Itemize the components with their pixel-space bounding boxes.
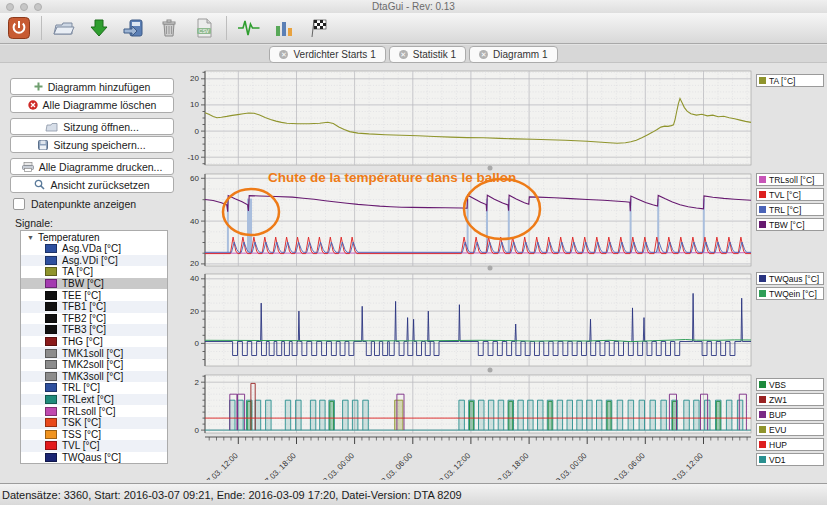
signal-label: TWQaus [°C] bbox=[62, 452, 121, 463]
signal-item-thg[interactable]: THG [°C] bbox=[21, 336, 167, 348]
chart-panel-1[interactable]: 204060 bbox=[185, 171, 755, 269]
legend-label: HUP bbox=[769, 440, 787, 450]
download-arrow-icon[interactable] bbox=[86, 15, 112, 41]
button-label: Ansicht zurücksetzen bbox=[50, 179, 149, 191]
legend-group-panel-0: TA [°C] bbox=[756, 74, 824, 87]
signal-label: TMK2soll [°C] bbox=[62, 359, 123, 370]
folder-icon bbox=[45, 122, 58, 132]
legend-item-trlsoll: TRLsoll [°C] bbox=[756, 173, 824, 186]
sitzung-speichern-button[interactable]: Sitzung speichern... bbox=[10, 136, 174, 153]
x-axis: 07.03. 12:0007.03. 18:0008.03. 00:0008.0… bbox=[185, 436, 755, 480]
diagramm-hinzufügen-button[interactable]: Diagramm hinzufügen bbox=[10, 78, 174, 95]
legend-group-panel-1: TRLsoll [°C]TVL [°C]TRL [°C]TBW [°C] bbox=[756, 173, 824, 231]
legend-color-swatch bbox=[759, 426, 766, 433]
signal-item-tvl[interactable]: TVL [°C] bbox=[21, 440, 167, 452]
tab-verdichter-starts-1[interactable]: ✕Verdichter Starts 1 bbox=[269, 46, 385, 63]
signal-color-swatch bbox=[45, 244, 57, 253]
chart-panel-2[interactable]: 02040 bbox=[185, 271, 755, 369]
signal-item-ta[interactable]: TA [°C] bbox=[21, 266, 167, 278]
checkbox-icon[interactable] bbox=[13, 198, 25, 210]
bar-chart-icon[interactable] bbox=[271, 15, 297, 41]
legend-color-swatch bbox=[759, 221, 766, 228]
tab-close-icon[interactable]: ✕ bbox=[479, 50, 488, 59]
disclosure-triangle-icon[interactable]: ▼ bbox=[27, 234, 34, 241]
toolbar-separator bbox=[41, 16, 42, 40]
trash-icon[interactable] bbox=[156, 15, 182, 41]
signal-label: THG [°C] bbox=[62, 336, 103, 347]
chart-panel-3[interactable]: 02 bbox=[185, 372, 755, 436]
plus-icon bbox=[34, 82, 43, 91]
legend-color-swatch bbox=[759, 206, 766, 213]
signal-label: Asg.VDi [°C] bbox=[62, 255, 118, 266]
svg-text:40: 40 bbox=[190, 217, 199, 226]
alle-diagramme-drucken-button[interactable]: Alle Diagramme drucken... bbox=[10, 158, 174, 175]
legend-label: TRLsoll [°C] bbox=[769, 175, 814, 185]
button-label: Sitzung öffnen... bbox=[63, 121, 139, 133]
signal-color-swatch bbox=[45, 383, 57, 392]
legend-color-swatch bbox=[759, 411, 766, 418]
show-datapoints-checkbox-row[interactable]: Datenpunkte anzeigen bbox=[13, 198, 136, 210]
tab-close-icon[interactable]: ✕ bbox=[399, 50, 408, 59]
legend-label: TWQein [°C] bbox=[769, 289, 817, 299]
signal-item-tfb2[interactable]: TFB2 [°C] bbox=[21, 313, 167, 325]
svg-text:07.03. 12:00: 07.03. 12:00 bbox=[202, 451, 240, 480]
tab-close-icon[interactable]: ✕ bbox=[279, 50, 288, 59]
tree-node-temperaturen[interactable]: ▼ Temperaturen bbox=[21, 231, 167, 243]
chart-panel-0[interactable]: -1001020 bbox=[185, 68, 755, 168]
legend-item-tbw: TBW [°C] bbox=[756, 218, 824, 231]
ansicht-zurücksetzen-button[interactable]: Ansicht zurücksetzen bbox=[10, 176, 174, 193]
signal-color-swatch bbox=[45, 337, 57, 346]
signal-item-tfb1[interactable]: TFB1 [°C] bbox=[21, 301, 167, 313]
folder-open-icon[interactable] bbox=[51, 15, 77, 41]
signal-item-tss[interactable]: TSS [°C] bbox=[21, 429, 167, 441]
tab-diagramm-1[interactable]: ✕Diagramm 1 bbox=[469, 46, 557, 63]
tab-label: Diagramm 1 bbox=[493, 49, 547, 60]
alle-diagramme-löschen-button[interactable]: Alle Diagramme löschen bbox=[10, 96, 174, 113]
legend-label: EVU bbox=[769, 425, 786, 435]
signal-item-tee[interactable]: TEE [°C] bbox=[21, 289, 167, 301]
legend-item-tvl: TVL [°C] bbox=[756, 188, 824, 201]
svg-text:09.03. 06:00: 09.03. 06:00 bbox=[609, 451, 647, 480]
csv-export-icon[interactable]: CSV bbox=[191, 15, 217, 41]
signal-item-tmk3soll[interactable]: TMK3soll [°C] bbox=[21, 371, 167, 383]
sitzung-öffnen-button[interactable]: Sitzung öffnen... bbox=[10, 118, 174, 135]
legend-label: BUP bbox=[769, 410, 786, 420]
signal-item-trl[interactable]: TRL [°C] bbox=[21, 382, 167, 394]
tab-statistik-1[interactable]: ✕Statistik 1 bbox=[389, 46, 466, 63]
signal-item-tsk[interactable]: TSK [°C] bbox=[21, 417, 167, 429]
svg-text:2: 2 bbox=[195, 378, 200, 387]
button-label: Alle Diagramme drucken... bbox=[39, 161, 163, 173]
status-text: Datensätze: 3360, Start: 2016-03-07 09:2… bbox=[2, 489, 462, 501]
signal-item-asgvdi[interactable]: Asg.VDi [°C] bbox=[21, 255, 167, 267]
signal-item-tbw[interactable]: TBW [°C] bbox=[21, 278, 167, 290]
signal-color-swatch bbox=[45, 372, 57, 381]
legend-item-ta: TA [°C] bbox=[756, 74, 824, 87]
waveform-icon[interactable] bbox=[236, 15, 262, 41]
legend-color-swatch bbox=[759, 396, 766, 403]
legend-label: TWQaus [°C] bbox=[769, 274, 819, 284]
import-data-icon[interactable] bbox=[121, 15, 147, 41]
window-title: DtaGui - Rev: 0.13 bbox=[0, 0, 827, 13]
signal-item-twqaus[interactable]: TWQaus [°C] bbox=[21, 452, 167, 464]
signal-item-asgvda[interactable]: Asg.VDa [°C] bbox=[21, 243, 167, 255]
tab-bar: ✕Verdichter Starts 1✕Statistik 1✕Diagram… bbox=[0, 45, 827, 63]
signal-item-trlsoll[interactable]: TRLsoll [°C] bbox=[21, 405, 167, 417]
signal-list[interactable]: ▼ Temperaturen Asg.VDa [°C]Asg.VDi [°C]T… bbox=[20, 230, 168, 464]
svg-text:09.03. 12:00: 09.03. 12:00 bbox=[667, 451, 705, 480]
legend-color-swatch bbox=[759, 176, 766, 183]
power-icon[interactable] bbox=[6, 15, 32, 41]
signal-color-swatch bbox=[45, 441, 57, 450]
signal-item-trlext[interactable]: TRLext [°C] bbox=[21, 394, 167, 406]
svg-text:CSV: CSV bbox=[199, 28, 210, 34]
save-icon bbox=[38, 140, 48, 150]
status-bar: Datensätze: 3360, Start: 2016-03-07 09:2… bbox=[0, 483, 827, 505]
button-label: Sitzung speichern... bbox=[53, 139, 145, 151]
tree-root-label: Temperaturen bbox=[38, 232, 100, 243]
signal-label: TFB1 [°C] bbox=[62, 301, 106, 312]
finish-flag-icon[interactable] bbox=[306, 15, 332, 41]
legend-item-twqein: TWQein [°C] bbox=[756, 287, 824, 300]
signal-item-tmk2soll[interactable]: TMK2soll [°C] bbox=[21, 359, 167, 371]
signal-item-tfb3[interactable]: TFB3 [°C] bbox=[21, 324, 167, 336]
svg-text:10: 10 bbox=[190, 100, 199, 109]
signal-item-tmk1soll[interactable]: TMK1soll [°C] bbox=[21, 347, 167, 359]
